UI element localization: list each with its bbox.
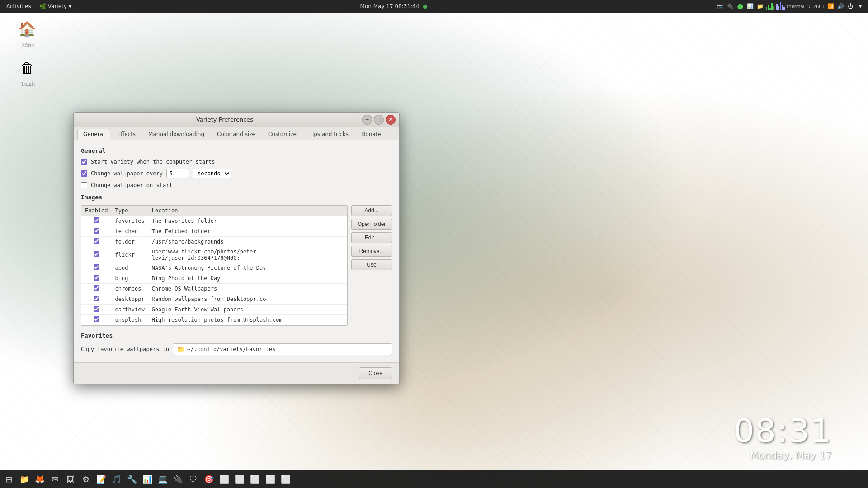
- row-checkbox-4[interactable]: [94, 264, 99, 270]
- taskbar-app-1[interactable]: 🎯: [202, 472, 216, 486]
- row-checkbox-1[interactable]: [94, 228, 99, 234]
- taskbar-music[interactable]: 🎵: [109, 472, 124, 486]
- change-wallpaper-interval-input[interactable]: [166, 169, 189, 178]
- tab-color-and-size[interactable]: Color and size: [211, 129, 261, 140]
- row-location-2: /usr/share/backgrounds: [148, 237, 347, 247]
- dialog-close-button[interactable]: ✕: [386, 115, 396, 125]
- change-wallpaper-unit-select[interactable]: seconds minutes hours: [193, 169, 231, 178]
- row-type-5: bing: [112, 273, 148, 284]
- table-row[interactable]: unsplash High-resolution photos from Uns…: [81, 315, 347, 325]
- taskbar-app-6[interactable]: ⬜: [278, 472, 293, 486]
- table-row[interactable]: flickr user:www.flickr.com/photos/peter-…: [81, 247, 347, 263]
- desktop-icon-k4nz[interactable]: 🏠 k4nz: [9, 18, 45, 48]
- table-row[interactable]: favorites The Favorites folder: [81, 216, 347, 226]
- table-row[interactable]: folder /usr/share/backgrounds: [81, 237, 347, 247]
- dialog-minimize-button[interactable]: ─: [362, 115, 372, 125]
- tab-manual-downloading[interactable]: Manual downloading: [142, 129, 210, 140]
- system-icon-2[interactable]: ⬤: [736, 2, 744, 10]
- images-table: Enabled Type Location favorites The Favo…: [81, 206, 347, 325]
- files-icon[interactable]: 📁: [756, 2, 764, 10]
- taskbar-monitor[interactable]: 📊: [140, 472, 155, 486]
- row-type-0: favorites: [112, 216, 148, 226]
- taskbar-app-2[interactable]: ⬜: [217, 472, 231, 486]
- system-icon-3[interactable]: 📊: [746, 2, 754, 10]
- taskbar-photos[interactable]: 🖼: [63, 472, 78, 486]
- row-location-3: user:www.flickr.com/photos/peter-levi/;u…: [148, 247, 347, 263]
- add-button[interactable]: Add...: [351, 205, 392, 216]
- row-type-9: unsplash: [112, 315, 148, 325]
- tab-customize[interactable]: Customize: [262, 129, 302, 140]
- taskbar-app-5[interactable]: ⬜: [263, 472, 278, 486]
- row-checkbox-5[interactable]: [94, 275, 99, 281]
- taskbar-tools[interactable]: 🔧: [125, 472, 139, 486]
- chevron-down-icon[interactable]: ▾: [856, 2, 864, 10]
- taskbar-expand[interactable]: ⋮: [852, 472, 866, 486]
- row-type-3: flickr: [112, 247, 148, 263]
- close-button[interactable]: Close: [359, 367, 392, 379]
- volume-icon[interactable]: 🔊: [836, 2, 844, 10]
- taskbar-terminal[interactable]: 💻: [156, 472, 170, 486]
- table-row[interactable]: bing Bing Photo of the Day: [81, 273, 347, 284]
- favorites-section-header: Favorites: [81, 332, 392, 339]
- taskbar-security[interactable]: 🛡: [186, 472, 201, 486]
- taskbar-show-desktop[interactable]: ⊞: [2, 472, 16, 486]
- table-row[interactable]: earthview Google Earth View Wallpapers: [81, 305, 347, 315]
- use-button[interactable]: Use: [351, 259, 392, 270]
- action-buttons: Add... Open folder Edit... Remove... Use: [351, 205, 392, 326]
- taskbar-app-3[interactable]: ⬜: [232, 472, 247, 486]
- open-folder-button[interactable]: Open folder: [351, 219, 392, 230]
- dialog-titlebar: Variety Preferences ─ □ ✕: [74, 113, 399, 127]
- taskbar-files[interactable]: 📁: [17, 472, 32, 486]
- tab-general[interactable]: General: [77, 129, 110, 140]
- clock-time: 08:31: [734, 412, 832, 450]
- dialog-maximize-button[interactable]: □: [374, 115, 384, 125]
- row-location-8: Google Earth View Wallpapers: [148, 305, 347, 315]
- remove-button[interactable]: Remove...: [351, 246, 392, 257]
- row-checkbox-0[interactable]: [94, 217, 99, 223]
- taskbar-settings[interactable]: ⚙: [79, 472, 93, 486]
- variety-menu[interactable]: 🌿 Variety ▾: [39, 3, 71, 9]
- camera-icon[interactable]: 📷: [716, 2, 724, 10]
- row-checkbox-6[interactable]: [94, 285, 99, 291]
- temp-value: °C 2601: [806, 4, 825, 9]
- row-checkbox-9[interactable]: [94, 316, 99, 322]
- row-location-4: NASA's Astronomy Picture of the Day: [148, 263, 347, 273]
- row-checkbox-8[interactable]: [94, 306, 99, 312]
- change-on-start-checkbox[interactable]: [81, 182, 87, 188]
- tab-donate[interactable]: Donate: [355, 129, 387, 140]
- images-table-header-row: Enabled Type Location: [81, 206, 347, 216]
- edit-button[interactable]: Edit...: [351, 232, 392, 243]
- taskbar-browser[interactable]: 🦊: [33, 472, 47, 486]
- activities-button[interactable]: Activities: [4, 2, 34, 10]
- row-type-4: apod: [112, 263, 148, 273]
- row-checkbox-2[interactable]: [94, 238, 99, 244]
- row-checkbox-3[interactable]: [94, 251, 99, 257]
- dialog-controls: ─ □ ✕: [362, 115, 396, 125]
- change-wallpaper-checkbox[interactable]: [81, 170, 87, 177]
- row-location-5: Bing Photo of the Day: [148, 273, 347, 284]
- images-container: Enabled Type Location favorites The Favo…: [81, 205, 392, 326]
- taskbar-text-editor[interactable]: 📝: [94, 472, 108, 486]
- network-icon[interactable]: 📶: [826, 2, 835, 10]
- table-row[interactable]: fetched The Fetched folder: [81, 226, 347, 237]
- taskbar-mail[interactable]: ✉: [48, 472, 62, 486]
- table-row[interactable]: desktoppr Random wallpapers from Desktop…: [81, 294, 347, 305]
- row-checkbox-7[interactable]: [94, 296, 99, 301]
- desktop-icon-trash[interactable]: 🗑 Trash: [9, 57, 45, 87]
- tab-effects[interactable]: Effects: [111, 129, 142, 140]
- change-on-start-label: Change wallpaper on start: [91, 182, 173, 188]
- table-row[interactable]: apod NASA's Astronomy Picture of the Day: [81, 263, 347, 273]
- table-row[interactable]: chromeos Chrome OS Wallpapers: [81, 284, 347, 294]
- change-wallpaper-label: Change wallpaper every: [91, 170, 163, 177]
- row-location-0: The Favorites folder: [148, 216, 347, 226]
- tab-tips-and-tricks[interactable]: Tips and tricks: [303, 129, 354, 140]
- taskbar-app-4[interactable]: ⬜: [248, 472, 262, 486]
- start-on-boot-checkbox[interactable]: [81, 159, 87, 165]
- favorites-path-display[interactable]: 📁 ~/.config/variety/Favorites: [173, 343, 392, 355]
- start-on-boot-row: Start Variety when the computer starts: [81, 159, 392, 165]
- variety-label: Variety: [48, 3, 67, 9]
- taskbar-plugin-1[interactable]: 🔌: [171, 472, 185, 486]
- power-icon[interactable]: ⏻: [846, 2, 854, 10]
- system-icon-1[interactable]: 🔌: [726, 2, 734, 10]
- row-type-2: folder: [112, 237, 148, 247]
